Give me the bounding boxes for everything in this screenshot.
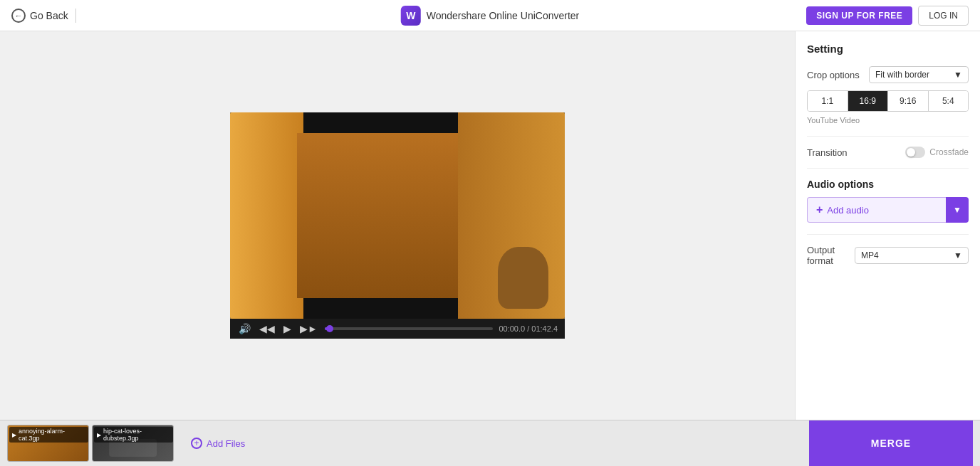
output-format-label: Output format <box>807 245 855 266</box>
time-display: 00:00.0 / 01:42.4 <box>499 324 558 333</box>
progress-bar[interactable] <box>325 327 494 330</box>
filmstrip: ▶ annoying-alarm-cat.3gp ▶ hip-cat-loves… <box>0 420 980 466</box>
output-format-value: MP4 <box>861 250 879 260</box>
prev-button[interactable]: ◀◀ <box>258 323 276 334</box>
video-icon-1: ▶ <box>12 432 16 438</box>
film-name-1: annoying-alarm-cat.3gp <box>19 428 85 442</box>
plus-icon: + <box>816 203 823 216</box>
time-total: 01:42.4 <box>531 324 558 333</box>
aspect-ratio-16-9[interactable]: 16:9 <box>848 91 889 111</box>
add-audio-row: + Add audio ▼ <box>807 197 969 223</box>
logo-icon: W <box>401 6 421 26</box>
video-bg-wall-left <box>230 112 303 319</box>
logo-text: Wondershare Online UniConverter <box>427 10 580 21</box>
film-thumb-1[interactable]: ▶ annoying-alarm-cat.3gp <box>7 425 89 462</box>
aspect-ratio-9-16[interactable]: 9:16 <box>888 91 929 111</box>
audio-options-title: Audio options <box>807 179 969 190</box>
video-bg-door <box>297 133 464 298</box>
film-thumb-2[interactable]: ▶ hip-cat-loves-dubstep.3gp <box>92 425 174 462</box>
crossfade-label: Crossfade <box>929 147 969 157</box>
divider-1 <box>807 136 969 137</box>
merge-button[interactable]: MERGE <box>809 420 973 467</box>
next-frame-button[interactable]: ▶► <box>298 323 319 334</box>
main-layout: 🔊 ◀◀ ▶ ▶► 00:00.0 / 01:42.4 Setting Crop… <box>0 31 980 420</box>
play-button[interactable]: ▶ <box>282 323 293 334</box>
header-divider <box>75 9 76 23</box>
progress-dot <box>326 325 333 332</box>
output-format-dropdown[interactable]: MP4 ▼ <box>855 247 969 264</box>
video-controls: 🔊 ◀◀ ▶ ▶► 00:00.0 / 01:42.4 <box>230 319 565 339</box>
transition-row: Transition Crossfade <box>807 147 969 158</box>
toggle-dot <box>907 148 915 157</box>
crop-options-row: Crop options Fit with border ▼ <box>807 66 969 83</box>
back-circle-icon: ← <box>11 9 26 23</box>
aspect-ratio-buttons: 1:1 16:9 9:16 5:4 <box>807 90 969 112</box>
toggle-container: Crossfade <box>905 147 969 158</box>
film-thumb-1-bg: ▶ annoying-alarm-cat.3gp <box>8 425 88 461</box>
mute-button[interactable]: 🔊 <box>237 323 252 334</box>
film-label-2: ▶ hip-cat-loves-dubstep.3gp <box>94 427 173 443</box>
add-audio-label: Add audio <box>827 205 869 216</box>
transition-label: Transition <box>807 147 848 158</box>
crossfade-toggle[interactable] <box>905 147 925 158</box>
crop-options-dropdown[interactable]: Fit with border ▼ <box>869 66 969 83</box>
merge-btn-container: MERGE <box>809 420 973 467</box>
header: ← Go Back W Wondershare Online UniConver… <box>0 0 980 31</box>
video-area: 🔊 ◀◀ ▶ ▶► 00:00.0 / 01:42.4 <box>0 31 795 420</box>
add-files-label: Add Files <box>207 438 245 449</box>
time-current: 00:00.0 <box>499 324 525 333</box>
signup-button[interactable]: SIGN UP FOR FREE <box>806 6 912 25</box>
youtube-label: YouTube Video <box>807 116 969 125</box>
add-audio-dropdown-button[interactable]: ▼ <box>946 197 969 223</box>
crop-options-label: Crop options <box>807 70 860 80</box>
chevron-down-icon-2: ▼ <box>954 250 962 260</box>
aspect-ratio-5-4[interactable]: 5:4 <box>929 91 969 111</box>
go-back-label: Go Back <box>30 10 68 21</box>
setting-title: Setting <box>807 43 969 55</box>
video-player <box>230 112 565 319</box>
video-bg-cat <box>498 247 548 309</box>
add-audio-button[interactable]: + Add audio <box>807 197 946 223</box>
film-label-1: ▶ annoying-alarm-cat.3gp <box>9 427 88 443</box>
output-format-row: Output format MP4 ▼ <box>807 245 969 266</box>
chevron-down-icon: ▼ <box>954 70 962 80</box>
video-icon-2: ▶ <box>97 432 101 438</box>
film-thumb-2-bg: ▶ hip-cat-loves-dubstep.3gp <box>93 425 173 461</box>
login-button[interactable]: LOG IN <box>918 6 969 26</box>
aspect-ratio-1-1[interactable]: 1:1 <box>808 91 848 111</box>
divider-3 <box>807 234 969 235</box>
film-name-2: hip-cat-loves-dubstep.3gp <box>103 428 170 442</box>
header-actions: SIGN UP FOR FREE LOG IN <box>806 6 969 26</box>
app-logo: W Wondershare Online UniConverter <box>401 6 580 26</box>
crop-options-value: Fit with border <box>875 70 929 80</box>
video-frame <box>230 112 565 319</box>
divider-2 <box>807 168 969 169</box>
add-files-button[interactable]: + Add Files <box>182 432 254 455</box>
right-sidebar: Setting Crop options Fit with border ▼ 1… <box>795 31 980 420</box>
go-back-button[interactable]: ← Go Back <box>11 9 79 23</box>
add-files-plus-icon: + <box>191 438 202 449</box>
